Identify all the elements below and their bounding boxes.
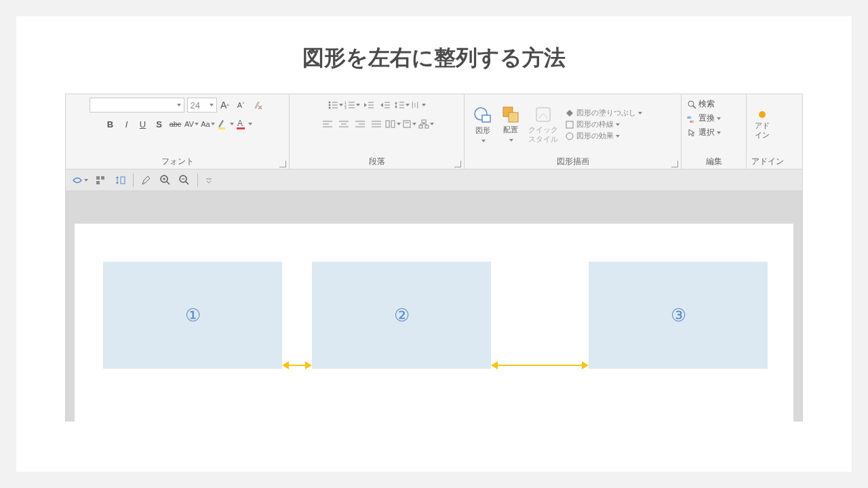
svg-point-7 — [329, 107, 331, 109]
shape-outline-label: 図形の枠線 — [576, 119, 614, 129]
columns-button[interactable] — [385, 117, 401, 131]
svg-rect-62 — [101, 176, 104, 180]
slide-canvas[interactable]: ① ② ③ — [75, 224, 793, 422]
replace-label: 置換 — [698, 113, 715, 124]
font-size-value: 24 — [191, 100, 200, 110]
shape-1-label: ① — [185, 305, 201, 326]
svg-point-3 — [329, 102, 331, 104]
zoom-in-icon[interactable] — [159, 174, 172, 186]
aa-label: Aa — [201, 120, 210, 128]
align-left-button[interactable] — [320, 117, 335, 131]
customize-toolbar-icon[interactable] — [205, 176, 213, 184]
align-tool-icon[interactable] — [95, 174, 107, 186]
clear-formatting-icon[interactable] — [250, 98, 265, 113]
svg-text:A: A — [237, 119, 243, 128]
shape-outline-button[interactable]: 図形の枠線 — [565, 119, 642, 129]
arrange-button[interactable]: 配置 — [497, 98, 524, 152]
ribbon-group-font: 24 A^ A˅ B I U S abc AV Aa — [66, 94, 290, 169]
editing-group-label: 編集 — [682, 155, 746, 169]
paragraph-group-label: 段落 — [290, 155, 464, 169]
italic-button[interactable]: I — [119, 117, 134, 131]
shadow-button[interactable]: S — [152, 117, 167, 131]
font-size-input[interactable]: 24 — [187, 98, 217, 113]
text-direction-button[interactable]: |↕| — [411, 98, 426, 113]
shape-1[interactable]: ① — [103, 262, 282, 369]
ribbon-group-addin: アド イン アドイン — [747, 94, 789, 169]
page-title: 図形を左右に整列する方法 — [16, 16, 852, 94]
quick-styles-button[interactable]: クイック スタイル — [524, 98, 562, 152]
quick-styles-label: クイック スタイル — [528, 125, 558, 143]
svg-text:ac: ac — [690, 119, 694, 123]
svg-line-67 — [167, 182, 170, 184]
ribbon-group-editing: 検索 abac置換 選択 編集 — [682, 94, 747, 169]
decrease-indent-button[interactable] — [361, 98, 376, 113]
arrange-label: 配置 — [503, 125, 518, 134]
svg-rect-2 — [237, 127, 245, 129]
find-button[interactable]: 検索 — [687, 98, 715, 110]
svg-rect-54 — [566, 121, 573, 128]
svg-rect-39 — [391, 121, 395, 127]
shapes-label: 図形 — [475, 126, 490, 134]
align-center-button[interactable] — [336, 117, 351, 131]
font-family-dropdown[interactable] — [90, 98, 184, 113]
shape-fill-button[interactable]: 図形の塗りつぶし — [565, 108, 642, 118]
increase-font-icon[interactable]: A^ — [218, 98, 233, 113]
char-spacing-button[interactable]: AV — [184, 117, 199, 131]
numbering-button[interactable]: 123 — [344, 98, 360, 113]
svg-rect-40 — [403, 121, 410, 127]
bold-button[interactable]: B — [103, 117, 118, 131]
replace-button[interactable]: abac置換 — [687, 113, 721, 124]
decrease-font-icon[interactable]: A˅ — [234, 98, 249, 113]
zoom-out-icon[interactable] — [178, 174, 191, 186]
drawing-group-label: 図形描画 — [465, 155, 681, 169]
shape-effects-label: 図形の効果 — [576, 131, 614, 141]
shape-tool-icon[interactable] — [71, 174, 88, 186]
svg-rect-52 — [509, 113, 518, 122]
strikethrough-button[interactable]: abc — [168, 117, 183, 131]
addin-label: アド イン — [755, 121, 770, 139]
shape-2[interactable]: ② — [312, 262, 491, 369]
svg-rect-50 — [482, 115, 490, 122]
svg-rect-61 — [96, 176, 100, 180]
shape-fill-label: 図形の塗りつぶし — [576, 108, 636, 118]
select-button[interactable]: 選択 — [687, 127, 721, 138]
smartart-button[interactable] — [418, 117, 434, 131]
align-text-button[interactable] — [402, 117, 417, 131]
font-group-label: フォント — [66, 155, 289, 169]
svg-point-60 — [759, 111, 766, 118]
font-color-button[interactable]: A — [235, 117, 252, 131]
gap-arrow-2 — [492, 365, 587, 366]
svg-text:|↕|: |↕| — [412, 101, 418, 108]
dialog-launcher-icon[interactable] — [279, 161, 286, 167]
spacing-tool-icon[interactable] — [114, 174, 126, 186]
dialog-launcher-icon[interactable] — [454, 161, 461, 167]
justify-button[interactable] — [369, 117, 384, 131]
dialog-launcher-icon[interactable] — [671, 161, 678, 167]
ribbon-group-drawing: 図形 配置 クイック スタイル 図形の塗りつぶし 図形の枠線 図形の効果 図形描… — [465, 94, 682, 169]
addin-group-label: アドイン — [747, 155, 789, 169]
shape-3[interactable]: ③ — [589, 262, 768, 369]
ribbon-group-paragraph: 123 |↕| 段落 — [290, 94, 465, 169]
gap-arrow-1 — [283, 365, 311, 366]
bullets-button[interactable] — [328, 98, 343, 113]
edit-tool-icon[interactable] — [140, 174, 153, 186]
svg-rect-43 — [419, 125, 422, 128]
svg-rect-44 — [425, 125, 429, 128]
change-case-button[interactable]: Aa — [201, 117, 216, 131]
addin-button[interactable]: アド イン — [751, 98, 774, 152]
underline-button[interactable]: U — [136, 117, 151, 131]
quick-access-toolbar — [65, 169, 803, 191]
svg-line-57 — [693, 106, 696, 108]
highlight-button[interactable] — [217, 117, 234, 131]
line-spacing-button[interactable] — [394, 98, 410, 113]
increase-indent-button[interactable] — [378, 98, 393, 113]
shapes-button[interactable]: 図形 — [469, 98, 497, 152]
align-right-button[interactable] — [353, 117, 368, 131]
shape-2-label: ② — [394, 305, 410, 326]
shape-effects-button[interactable]: 図形の効果 — [565, 131, 642, 141]
workspace: ① ② ③ — [65, 191, 803, 422]
svg-point-55 — [566, 133, 573, 140]
svg-rect-53 — [536, 108, 550, 121]
svg-rect-42 — [422, 120, 426, 123]
svg-rect-38 — [386, 121, 389, 127]
